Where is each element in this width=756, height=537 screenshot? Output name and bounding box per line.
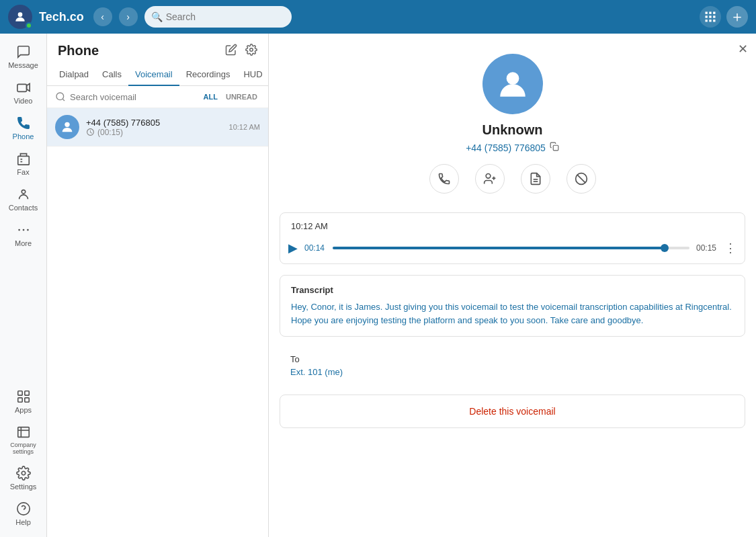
edit-icon-button[interactable]: [225, 44, 237, 58]
add-button[interactable]: ＋: [726, 6, 748, 28]
svg-rect-18: [17, 391, 22, 395]
topbar: Tech.co ‹ › 🔍 ＋: [0, 0, 756, 34]
contact-avatar: [482, 54, 543, 114]
avatar[interactable]: [8, 5, 32, 29]
svg-rect-3: [713, 12, 715, 14]
svg-rect-22: [17, 427, 29, 438]
phone-panel: Phone Dialpad Calls Voicemail Recordings…: [47, 34, 269, 537]
copy-phone-button[interactable]: [550, 142, 559, 153]
svg-rect-2: [709, 12, 711, 14]
filter-buttons: ALL UNREAD: [201, 91, 260, 102]
search-container: 🔍: [144, 6, 440, 28]
sidebar-item-help[interactable]: Help: [3, 496, 44, 532]
block-button[interactable]: [566, 164, 596, 194]
tab-recordings[interactable]: Recordings: [179, 64, 237, 86]
svg-rect-20: [17, 398, 22, 402]
sidebar-item-message[interactable]: Message: [3, 39, 44, 75]
vm-time: 10:12 AM: [229, 123, 260, 131]
topbar-right: ＋: [700, 6, 748, 28]
tab-hud[interactable]: HUD: [237, 64, 269, 86]
svg-point-29: [56, 93, 64, 100]
filter-unread-button[interactable]: UNREAD: [223, 91, 260, 102]
sidebar-item-contacts[interactable]: Contacts: [3, 181, 44, 217]
svg-rect-21: [24, 398, 28, 402]
player-dot: [661, 244, 669, 252]
settings-icon-button[interactable]: [245, 44, 257, 58]
tab-calls[interactable]: Calls: [95, 64, 128, 86]
detail-panel: ✕ Unknown +44 (7585) 776805: [269, 34, 756, 537]
brand-name: Tech.co: [39, 10, 84, 24]
player-progress-fill: [333, 247, 665, 249]
grid-icon-button[interactable]: [700, 6, 721, 28]
svg-line-40: [577, 175, 585, 183]
sidebar-item-settings[interactable]: Settings: [3, 460, 44, 496]
call-button[interactable]: [429, 164, 459, 194]
delete-card: Delete this voicemail: [280, 395, 745, 428]
transcript-title: Transcript: [291, 285, 734, 295]
voicemail-player: ▶ 00:14 00:15 ⋮: [280, 237, 745, 263]
sidebar-item-phone[interactable]: Phone: [3, 110, 44, 146]
vm-avatar: [55, 115, 79, 139]
note-button[interactable]: [521, 164, 550, 194]
to-card: To Ext. 101 (me): [280, 347, 745, 384]
sidebar-item-company-settings[interactable]: Company settings: [3, 419, 44, 460]
filter-all-button[interactable]: ALL: [201, 91, 220, 102]
svg-rect-5: [709, 15, 711, 17]
player-total-time: 00:15: [696, 243, 718, 253]
player-more-button[interactable]: ⋮: [724, 241, 737, 255]
svg-rect-4: [706, 15, 708, 17]
voicemail-item[interactable]: +44 (7585) 776805 (00:15) 10:12 AM: [47, 108, 268, 147]
play-button[interactable]: ▶: [288, 241, 298, 255]
tab-dialpad[interactable]: Dialpad: [52, 64, 95, 86]
contact-info: Unknown +44 (7585) 776805: [269, 34, 756, 207]
contact-actions: [429, 164, 596, 194]
svg-point-34: [486, 174, 491, 179]
voicemail-search-bar: ALL UNREAD: [47, 86, 268, 108]
svg-line-30: [62, 99, 65, 101]
close-button[interactable]: ✕: [738, 42, 748, 56]
voicemail-timestamp: 10:12 AM: [280, 213, 745, 237]
svg-rect-9: [713, 19, 715, 22]
avatar-status-badge: [26, 22, 32, 29]
svg-rect-1: [706, 12, 708, 14]
svg-rect-11: [17, 156, 29, 165]
panel-header: Phone: [47, 34, 268, 64]
add-contact-button[interactable]: [475, 164, 505, 194]
player-progress-bar[interactable]: [333, 247, 689, 249]
svg-point-25: [22, 471, 26, 475]
search-input[interactable]: [144, 6, 292, 28]
transcript-card: Transcript Hey, Conor, it is James. Just…: [280, 275, 745, 337]
to-value: Ext. 101 (me): [290, 367, 734, 377]
svg-point-15: [18, 229, 20, 231]
tab-voicemail[interactable]: Voicemail: [128, 64, 179, 86]
voicemail-player-card: 10:12 AM ▶ 00:14 00:15 ⋮: [280, 212, 745, 264]
panel-header-icons: [225, 44, 257, 58]
svg-point-0: [18, 12, 23, 17]
svg-point-16: [22, 229, 24, 231]
svg-rect-7: [706, 19, 708, 22]
voicemail-search-input[interactable]: [70, 92, 197, 102]
phone-tabs: Dialpad Calls Voicemail Recordings HUD: [47, 64, 268, 86]
sidebar-item-more[interactable]: More: [3, 217, 44, 253]
contact-phone: +44 (7585) 776805: [466, 142, 559, 153]
back-button[interactable]: ‹: [93, 7, 112, 26]
sidebar-item-video[interactable]: Video: [3, 75, 44, 110]
svg-point-26: [17, 503, 29, 515]
vm-duration: (00:15): [86, 128, 222, 137]
sidebar: Message Video Phone Fax Contacts More Ap…: [0, 34, 47, 537]
voicemail-list: +44 (7585) 776805 (00:15) 10:12 AM: [47, 108, 268, 537]
svg-rect-10: [17, 84, 26, 91]
delete-voicemail-button[interactable]: Delete this voicemail: [469, 406, 555, 417]
panel-title: Phone: [58, 43, 99, 58]
sidebar-item-apps[interactable]: Apps: [3, 384, 44, 419]
sidebar-item-fax[interactable]: Fax: [3, 146, 44, 181]
transcript-text: Hey, Conor, it is James. Just giving you…: [291, 300, 734, 327]
to-label: To: [290, 354, 734, 364]
svg-point-14: [22, 190, 26, 194]
svg-rect-19: [24, 391, 28, 395]
svg-rect-8: [709, 19, 711, 22]
vm-info: +44 (7585) 776805 (00:15): [86, 118, 222, 137]
forward-button[interactable]: ›: [119, 7, 138, 26]
contact-name: Unknown: [482, 122, 543, 138]
search-icon: [55, 91, 66, 102]
